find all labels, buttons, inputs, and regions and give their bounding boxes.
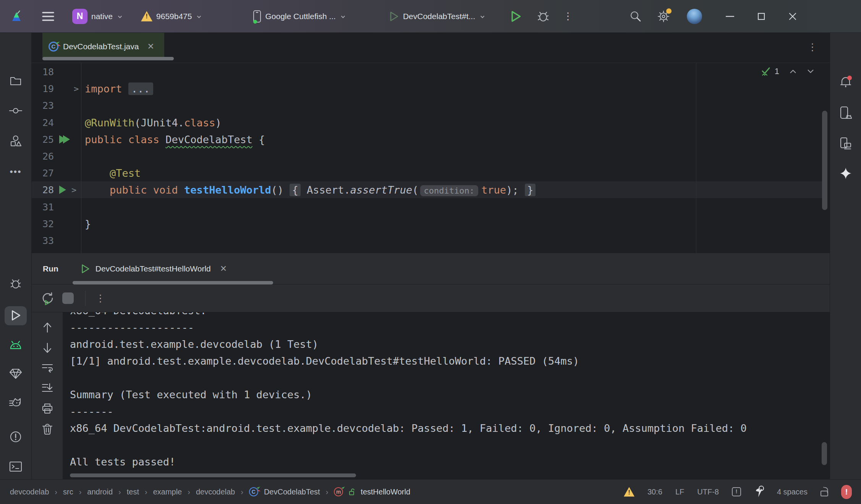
tab-devcodelabtest-java[interactable]: C DevCodelabTest.java ✕: [42, 33, 164, 60]
breadcrumb-item[interactable]: DevCodelabTest: [264, 488, 320, 496]
console-vertical-scrollbar[interactable]: [822, 442, 827, 465]
status-bar: devcodelab› src› android› test› example›…: [0, 479, 861, 504]
code-line: 24 @RunWith(JUnit4.class): [32, 114, 796, 131]
run-tab[interactable]: DevCodelabTest#testHelloWorld ✕: [80, 263, 227, 274]
run-test-gutter[interactable]: >: [54, 181, 81, 198]
breadcrumb-item[interactable]: test: [127, 488, 139, 496]
readonly-indicator-icon[interactable]: !: [732, 487, 741, 496]
code-line: 26: [32, 148, 796, 165]
warning-triangle-icon[interactable]: [624, 487, 634, 497]
run-class-play-icon2[interactable]: [63, 135, 70, 144]
print-icon[interactable]: [42, 403, 53, 414]
prev-problem-chevron-icon[interactable]: [789, 69, 797, 74]
run-test-play-icon[interactable]: [59, 186, 66, 194]
breadcrumb-separator: ›: [55, 488, 57, 496]
run-config-play-icon: [388, 11, 399, 22]
terminal-icon[interactable]: [9, 461, 22, 472]
more-actions-kebab-icon[interactable]: ⋮: [563, 10, 573, 22]
breadcrumb-item[interactable]: example: [153, 488, 182, 496]
running-devices-mirror-icon[interactable]: [839, 137, 852, 150]
breadcrumb-separator: ›: [188, 488, 190, 496]
title-bar: N native 9659b475 Google Cuttlefish ... …: [0, 0, 861, 33]
line-number: 28: [32, 184, 54, 195]
scroll-to-end-icon[interactable]: [42, 383, 53, 394]
code-line-current: 28 > public void testHelloWorld() { Asse…: [32, 181, 796, 198]
editor-scrollbar[interactable]: [822, 111, 827, 210]
branch-selector[interactable]: 9659b475: [141, 11, 202, 21]
resource-manager-icon[interactable]: [10, 135, 22, 147]
commit-icon[interactable]: [9, 108, 22, 114]
profiler-cat-icon[interactable]: [9, 398, 23, 409]
status-bar-right: 30:6 LF UTF-8 ! 4 spaces !: [624, 480, 852, 504]
code-editor[interactable]: 18 19 > import ... 23 24 @RunWith(JUnit4…: [32, 63, 830, 253]
debug-tool-icon[interactable]: [9, 278, 22, 290]
line-number: 32: [32, 218, 54, 229]
problems-icon[interactable]: [10, 431, 22, 443]
chevron-down-icon: [117, 13, 123, 20]
device-manager-icon[interactable]: [839, 106, 852, 120]
debug-button[interactable]: [536, 10, 550, 23]
scroll-down-icon[interactable]: [42, 342, 52, 354]
run-button[interactable]: [510, 10, 522, 23]
highlighting-pin-icon[interactable]: [754, 486, 764, 498]
settings-button[interactable]: [657, 10, 670, 23]
breadcrumb-separator: ›: [79, 488, 82, 496]
more-tools-icon[interactable]: •••: [10, 166, 21, 177]
avatar[interactable]: [687, 9, 702, 24]
folded-imports[interactable]: ...: [128, 82, 153, 95]
app-quality-insights-gem-icon[interactable]: [9, 368, 22, 380]
indent-setting[interactable]: 4 spaces: [777, 488, 808, 496]
file-encoding[interactable]: UTF-8: [697, 488, 719, 496]
rerun-button[interactable]: [41, 291, 54, 305]
run-panel-title: Run: [43, 264, 58, 273]
hamburger-menu-icon[interactable]: [42, 11, 54, 21]
project-selector[interactable]: N native: [72, 9, 123, 24]
error-badge[interactable]: !: [841, 485, 852, 499]
scroll-up-icon[interactable]: [42, 322, 52, 333]
gemini-sparkle-icon[interactable]: [839, 167, 852, 180]
device-name: Google Cuttlefish ...: [265, 12, 335, 21]
run-tab-scroll-indicator: [73, 281, 273, 284]
code-line: 27 @Test: [32, 165, 796, 181]
caret-position[interactable]: 30:6: [647, 488, 662, 496]
maximize-button[interactable]: [751, 6, 772, 27]
run-class-gutter[interactable]: [54, 131, 81, 148]
minimize-button[interactable]: [720, 6, 740, 27]
stop-button: [62, 292, 74, 304]
run-tool-icon[interactable]: [10, 309, 21, 321]
tab-options-kebab-icon[interactable]: ⋮: [808, 41, 817, 53]
fold-arrow-icon[interactable]: >: [71, 185, 76, 195]
breadcrumb-item[interactable]: src: [63, 488, 73, 496]
device-selector[interactable]: Google Cuttlefish ...: [253, 10, 346, 23]
unlocked-padlock-icon[interactable]: [821, 491, 828, 496]
line-number: 24: [32, 117, 54, 128]
chevron-down-icon: [196, 13, 202, 20]
breadcrumb-item[interactable]: devcodelab: [10, 488, 49, 496]
tab-close-icon[interactable]: ✕: [147, 42, 154, 52]
logcat-android-icon[interactable]: [9, 341, 22, 350]
run-configuration-selector[interactable]: DevCodelabTest#t...: [388, 11, 486, 22]
breadcrumb-item-current[interactable]: testHelloWorld: [361, 488, 410, 496]
run-more-kebab-icon[interactable]: ⋮: [95, 292, 105, 304]
inspection-widget[interactable]: 1: [761, 66, 814, 77]
clear-console-trash-icon[interactable]: [42, 423, 53, 435]
chevron-down-icon: [479, 13, 486, 20]
project-folder-icon[interactable]: [10, 75, 22, 86]
console-horizontal-scrollbar[interactable]: [70, 473, 356, 477]
line-ending[interactable]: LF: [675, 488, 684, 496]
notifications-bell-icon[interactable]: [839, 75, 853, 89]
device-phone-icon: [253, 10, 261, 23]
run-console[interactable]: x86_64 DevCodelabTest: -----------------…: [63, 312, 830, 479]
branch-name: 9659b475: [156, 12, 192, 21]
fold-arrow-icon[interactable]: >: [74, 84, 79, 94]
run-tab-label: DevCodelabTest#testHelloWorld: [95, 264, 211, 273]
breadcrumb-item[interactable]: android: [87, 488, 113, 496]
soft-wrap-icon[interactable]: [42, 363, 53, 373]
close-button[interactable]: [782, 6, 803, 27]
run-tab-close-icon[interactable]: ✕: [220, 264, 227, 274]
breadcrumb-separator: ›: [118, 488, 121, 496]
breadcrumb-item[interactable]: devcodelab: [196, 488, 235, 496]
console-toolbar: [32, 312, 63, 479]
search-button[interactable]: [630, 10, 642, 23]
next-problem-chevron-icon[interactable]: [807, 69, 814, 74]
